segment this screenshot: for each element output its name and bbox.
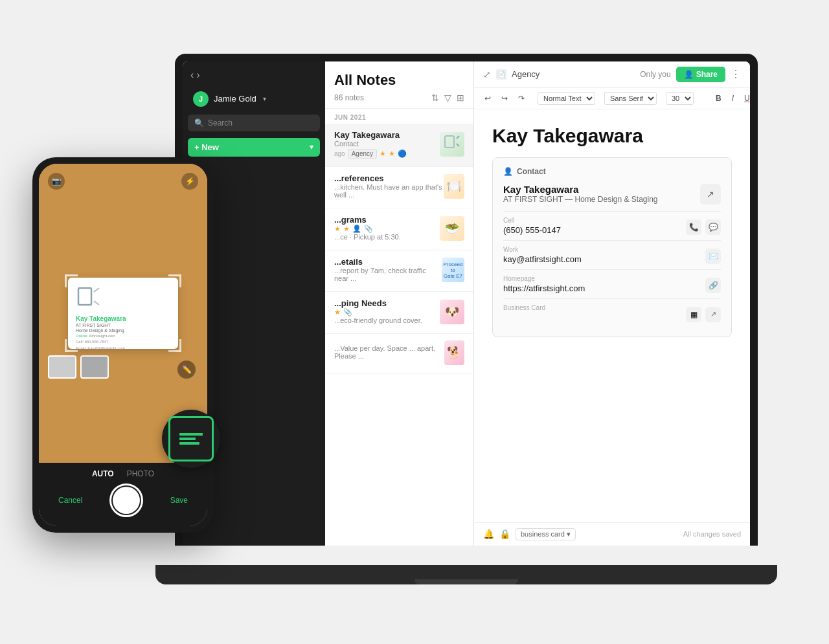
font-size-select[interactable]: 30 — [666, 92, 694, 105]
homepage-info: Homepage https://atfirstsight.com — [503, 275, 585, 293]
note-list-header: All Notes 86 notes ⇅ ▽ ⊞ — [325, 61, 473, 109]
cell-value: (650) 555-0147 — [503, 225, 561, 235]
bc-online-label: Online: — [76, 334, 88, 338]
footer-tag[interactable]: business card ▾ — [516, 528, 576, 540]
cell-actions: 📞 💬 — [686, 219, 721, 235]
contact-name-info: Kay Takegawara AT FIRST SIGHT — Home Des… — [503, 184, 658, 204]
note-item-4-thumb: Proceed toGate E7 — [442, 258, 464, 282]
footer-tag-chevron: ▾ — [567, 530, 571, 539]
cell-info: Cell (650) 555-0147 — [503, 217, 561, 235]
note-item-6-top: ...Value per day. Space ... apart. Pleas… — [334, 340, 464, 365]
scan-line-1 — [179, 433, 203, 436]
filter-icon[interactable]: ▽ — [444, 93, 451, 103]
editor-content[interactable]: Kay Takegawara 👤 Contact Kay Takegawara — [474, 109, 750, 522]
underline-button[interactable]: U — [740, 92, 750, 105]
note-item-4-title: ...etails — [334, 257, 442, 267]
note-item-3-thumb: 🥗 — [440, 216, 464, 241]
mode-photo[interactable]: PHOTO — [127, 469, 154, 478]
link-open-icon[interactable]: 🔗 — [705, 278, 721, 293]
note-count: 86 notes — [334, 93, 364, 102]
toolbar-undo-icon[interactable]: ↩ — [481, 92, 495, 105]
note-item-1-content: Kay Takegawara Contact ago Agency ★ ★ 🔵 — [334, 130, 407, 159]
note-item-1-top: Kay Takegawara Contact ago Agency ★ ★ 🔵 — [334, 130, 464, 159]
share-icon: 👤 — [684, 70, 694, 79]
contact-expand-button[interactable]: ↗ — [700, 184, 721, 205]
toolbar-redo-icon[interactable]: ↷ — [514, 92, 528, 105]
bc-cell: 650.555.7647 — [85, 340, 109, 344]
email-icon[interactable]: ✉️ — [705, 249, 721, 264]
italic-button[interactable]: I — [728, 92, 738, 105]
note-item-6[interactable]: ...Value per day. Space ... apart. Pleas… — [325, 334, 473, 373]
user-menu[interactable]: J Jamie Gold ▾ — [188, 87, 320, 111]
user-3: 👤 — [352, 225, 361, 233]
bc-logo — [76, 285, 102, 311]
bc-info: Business Card — [503, 304, 545, 313]
editor-topbar-left: ⤢ 📄 Agency — [483, 69, 539, 80]
contact-name: Kay Takegawara — [503, 184, 658, 195]
note-item-2-thumb: 🍽️ — [444, 174, 464, 199]
call-icon[interactable]: 📞 — [686, 219, 701, 235]
forward-arrow-icon[interactable]: › — [196, 69, 199, 81]
note-item-5-snippet: ...eco-friendly ground cover. — [334, 316, 422, 324]
work-email: kay@atfirstsight.com — [503, 254, 582, 264]
bc-label: Business Card — [503, 304, 545, 311]
date-separator: JUN 2021 — [325, 109, 473, 124]
flash-icon[interactable]: ⚡ — [181, 173, 198, 190]
note-item-4[interactable]: ...etails ...report by 7am, check traffi… — [325, 250, 473, 292]
search-icon: 🔍 — [194, 118, 204, 128]
footer-status: All changes saved — [683, 530, 741, 538]
note-item-4-snippet: ...report by 7am, check traffic near ... — [334, 267, 442, 282]
save-button[interactable]: Save — [170, 496, 188, 505]
note-item-5-content: ...ping Needs ★ 📎 ...eco-friendly ground… — [334, 298, 422, 326]
mode-auto[interactable]: AUTO — [92, 469, 114, 478]
share-button[interactable]: 👤 Share — [676, 67, 725, 82]
more-options-icon[interactable]: ⋮ — [731, 68, 741, 80]
editor-topbar-right: Only you 👤 Share ⋮ — [640, 67, 741, 82]
new-button[interactable]: + New ▾ — [188, 138, 320, 157]
bc-online: Atfirstsight.com — [89, 334, 115, 338]
toolbar-undo2-icon[interactable]: ↪ — [497, 92, 512, 105]
note-item-1-thumb — [440, 132, 464, 157]
expand-icon[interactable]: ⤢ — [483, 69, 491, 80]
laptop-hinge — [414, 579, 518, 584]
svg-line-2 — [457, 144, 459, 146]
svg-line-1 — [457, 136, 459, 139]
star-icon-2: ★ — [389, 150, 395, 158]
text-style-select[interactable]: Normal Text — [538, 92, 595, 105]
grid-icon[interactable]: ⊞ — [457, 93, 464, 103]
editor-panel: ⤢ 📄 Agency Only you 👤 Share ⋮ — [474, 61, 750, 546]
sort-icon[interactable]: ⇅ — [431, 93, 439, 103]
bell-icon[interactable]: 🔔 — [483, 529, 494, 539]
note-item-3[interactable]: ...grams ★ ★ 👤 📎 ...ce · Pickup at 5:30. — [325, 208, 473, 250]
bold-button[interactable]: B — [712, 92, 725, 105]
note-item-1[interactable]: Kay Takegawara Contact ago Agency ★ ★ 🔵 — [325, 124, 473, 167]
font-select[interactable]: Sans Serif — [604, 92, 657, 105]
edit-pencil-icon[interactable]: ✏️ — [177, 361, 196, 379]
star-5: ★ — [334, 308, 341, 316]
cancel-button[interactable]: Cancel — [58, 496, 82, 505]
note-item-5[interactable]: ...ping Needs ★ 📎 ...eco-friendly ground… — [325, 292, 473, 334]
note-item-6-thumb: 🐕 — [444, 340, 464, 365]
search-bar[interactable]: 🔍 Search — [188, 115, 320, 131]
back-arrow-icon[interactable]: ‹ — [190, 69, 194, 81]
new-button-arrow-icon: ▾ — [310, 142, 313, 151]
message-icon[interactable]: 💬 — [705, 219, 721, 235]
bc-actions: ▦ ↗ — [686, 307, 721, 322]
note-item-2[interactable]: ...references ...kitchen. Must have an a… — [325, 167, 473, 208]
capture-button[interactable] — [109, 483, 143, 517]
svg-line-5 — [94, 301, 99, 305]
capture-inner — [113, 487, 140, 514]
lock-icon[interactable]: 🔒 — [499, 529, 510, 539]
barcode-icon[interactable]: ▦ — [686, 307, 701, 322]
bc-contact: Online: Atfirstsight.com Cell: 650.555.7… — [76, 333, 170, 352]
scan-line-2 — [179, 438, 196, 440]
contact-field-cell: Cell (650) 555-0147 📞 💬 — [503, 211, 721, 240]
note-item-3-content: ...grams ★ ★ 👤 📎 ...ce · Pickup at 5:30. — [334, 215, 401, 242]
contact-field-work: Work kay@atfirstsight.com ✉️ — [503, 240, 721, 269]
phone-icon-bar: 📷 ⚡ — [39, 169, 207, 190]
bookmark-icon: 🔵 — [398, 150, 407, 158]
svg-line-4 — [94, 288, 99, 292]
bc-expand-button[interactable]: ↗ — [705, 307, 721, 322]
camera-icon[interactable]: 📷 — [48, 173, 65, 190]
share-label: Share — [696, 70, 718, 79]
